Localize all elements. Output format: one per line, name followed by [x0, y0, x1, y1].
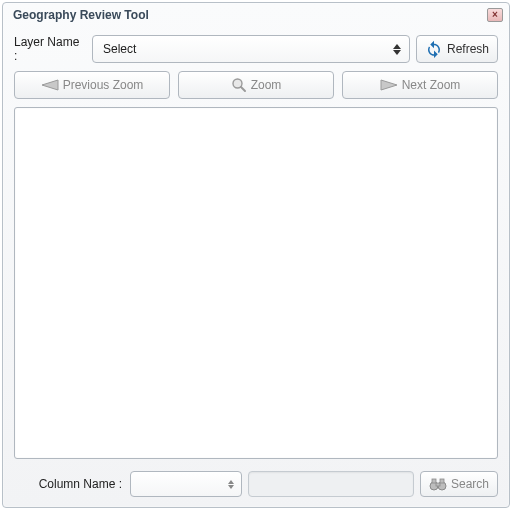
layer-name-label: Layer Name : — [14, 35, 86, 63]
svg-rect-6 — [436, 483, 440, 486]
svg-rect-8 — [440, 479, 444, 483]
panel-body: Layer Name : Select Refresh — [3, 27, 509, 507]
layer-row: Layer Name : Select Refresh — [14, 35, 498, 63]
refresh-button-label: Refresh — [447, 42, 489, 56]
zoom-toolbar: Previous Zoom Zoom Next Zoom — [14, 71, 498, 99]
window-title: Geography Review Tool — [13, 8, 149, 22]
svg-rect-7 — [432, 479, 436, 483]
binoculars-icon — [429, 477, 447, 491]
geography-review-panel: Geography Review Tool × Layer Name : Sel… — [2, 2, 510, 508]
next-zoom-button[interactable]: Next Zoom — [342, 71, 498, 99]
search-button-label: Search — [451, 477, 489, 491]
svg-marker-3 — [381, 80, 397, 90]
triangle-right-icon — [380, 79, 398, 91]
column-name-label: Column Name : — [14, 477, 124, 491]
zoom-label: Zoom — [251, 78, 282, 92]
svg-line-2 — [241, 87, 245, 91]
chevron-updown-icon — [393, 44, 403, 55]
titlebar: Geography Review Tool × — [3, 3, 509, 27]
close-icon: × — [492, 10, 498, 20]
search-input[interactable] — [248, 471, 414, 497]
zoom-button[interactable]: Zoom — [178, 71, 334, 99]
layer-name-select[interactable]: Select — [92, 35, 410, 63]
next-zoom-label: Next Zoom — [402, 78, 461, 92]
triangle-left-icon — [41, 79, 59, 91]
magnifier-icon — [231, 77, 247, 93]
map-canvas[interactable] — [14, 107, 498, 459]
close-button[interactable]: × — [487, 8, 503, 22]
previous-zoom-label: Previous Zoom — [63, 78, 144, 92]
column-name-select[interactable] — [130, 471, 242, 497]
chevron-updown-icon — [228, 480, 236, 489]
search-button[interactable]: Search — [420, 471, 498, 497]
search-row: Column Name : — [14, 471, 498, 497]
svg-marker-0 — [42, 80, 58, 90]
refresh-button[interactable]: Refresh — [416, 35, 498, 63]
refresh-icon — [425, 40, 443, 58]
previous-zoom-button[interactable]: Previous Zoom — [14, 71, 170, 99]
layer-name-selected: Select — [103, 42, 393, 56]
